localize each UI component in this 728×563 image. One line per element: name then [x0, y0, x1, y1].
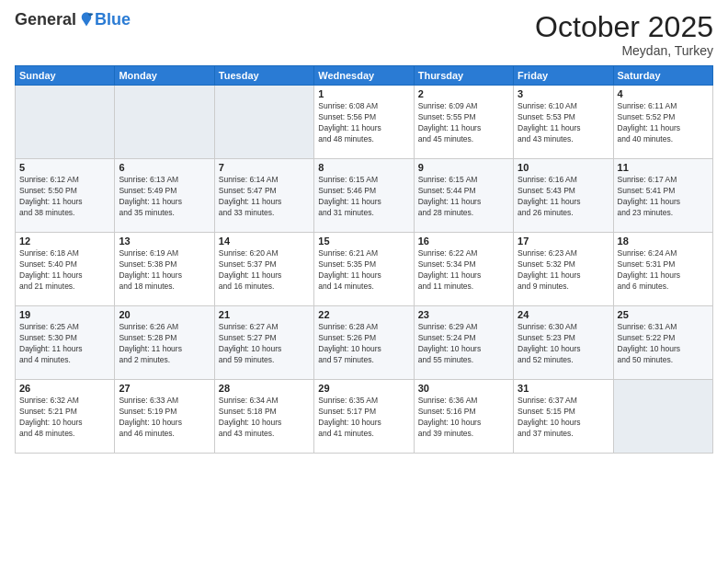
- day-number: 7: [219, 162, 310, 173]
- calendar-header-row: SundayMondayTuesdayWednesdayThursdayFrid…: [16, 66, 713, 86]
- day-number: 15: [318, 236, 409, 247]
- day-info: Sunrise: 6:31 AM Sunset: 5:22 PM Dayligh…: [618, 322, 709, 366]
- logo-blue: Blue: [95, 11, 131, 28]
- calendar-day-18: 18Sunrise: 6:24 AM Sunset: 5:31 PM Dayli…: [613, 233, 712, 306]
- day-number: 9: [418, 162, 509, 173]
- day-info: Sunrise: 6:34 AM Sunset: 5:18 PM Dayligh…: [219, 396, 310, 440]
- day-info: Sunrise: 6:27 AM Sunset: 5:27 PM Dayligh…: [219, 322, 310, 366]
- calendar-day-21: 21Sunrise: 6:27 AM Sunset: 5:27 PM Dayli…: [214, 306, 313, 380]
- calendar-day-5: 5Sunrise: 6:12 AM Sunset: 5:50 PM Daylig…: [16, 159, 115, 233]
- calendar-week-5: 26Sunrise: 6:32 AM Sunset: 5:21 PM Dayli…: [16, 380, 713, 454]
- calendar-day-16: 16Sunrise: 6:22 AM Sunset: 5:34 PM Dayli…: [414, 233, 513, 306]
- day-number: 10: [518, 162, 609, 173]
- empty-cell: [115, 86, 214, 159]
- col-header-tuesday: Tuesday: [214, 66, 313, 86]
- day-number: 14: [219, 236, 310, 247]
- calendar-day-10: 10Sunrise: 6:16 AM Sunset: 5:43 PM Dayli…: [514, 159, 613, 233]
- page: General Blue October 2025 Meydan, Turkey…: [0, 0, 728, 563]
- day-info: Sunrise: 6:22 AM Sunset: 5:34 PM Dayligh…: [418, 248, 509, 293]
- day-info: Sunrise: 6:20 AM Sunset: 5:37 PM Dayligh…: [219, 248, 310, 293]
- day-info: Sunrise: 6:25 AM Sunset: 5:30 PM Dayligh…: [19, 322, 110, 366]
- calendar-day-7: 7Sunrise: 6:14 AM Sunset: 5:47 PM Daylig…: [214, 159, 313, 233]
- day-number: 27: [119, 383, 210, 394]
- calendar-day-24: 24Sunrise: 6:30 AM Sunset: 5:23 PM Dayli…: [514, 306, 613, 380]
- col-header-friday: Friday: [514, 66, 613, 86]
- col-header-sunday: Sunday: [16, 66, 115, 86]
- calendar-day-22: 22Sunrise: 6:28 AM Sunset: 5:26 PM Dayli…: [314, 306, 414, 380]
- day-number: 2: [418, 88, 509, 99]
- calendar-day-3: 3Sunrise: 6:10 AM Sunset: 5:53 PM Daylig…: [514, 86, 613, 159]
- calendar-week-1: 1Sunrise: 6:08 AM Sunset: 5:56 PM Daylig…: [16, 86, 713, 159]
- day-number: 24: [518, 309, 609, 320]
- calendar-week-2: 5Sunrise: 6:12 AM Sunset: 5:50 PM Daylig…: [16, 159, 713, 233]
- calendar-day-13: 13Sunrise: 6:19 AM Sunset: 5:38 PM Dayli…: [115, 233, 214, 306]
- day-info: Sunrise: 6:21 AM Sunset: 5:35 PM Dayligh…: [318, 248, 409, 293]
- calendar-week-4: 19Sunrise: 6:25 AM Sunset: 5:30 PM Dayli…: [16, 306, 713, 380]
- calendar-day-20: 20Sunrise: 6:26 AM Sunset: 5:28 PM Dayli…: [115, 306, 214, 380]
- day-number: 25: [618, 309, 709, 320]
- day-number: 8: [318, 162, 409, 173]
- day-info: Sunrise: 6:15 AM Sunset: 5:46 PM Dayligh…: [318, 175, 409, 219]
- day-info: Sunrise: 6:23 AM Sunset: 5:32 PM Dayligh…: [518, 248, 609, 293]
- day-info: Sunrise: 6:36 AM Sunset: 5:16 PM Dayligh…: [418, 396, 509, 440]
- calendar-day-23: 23Sunrise: 6:29 AM Sunset: 5:24 PM Dayli…: [414, 306, 513, 380]
- col-header-wednesday: Wednesday: [314, 66, 414, 86]
- calendar-day-6: 6Sunrise: 6:13 AM Sunset: 5:49 PM Daylig…: [115, 159, 214, 233]
- calendar-day-26: 26Sunrise: 6:32 AM Sunset: 5:21 PM Dayli…: [16, 380, 115, 454]
- calendar-day-11: 11Sunrise: 6:17 AM Sunset: 5:41 PM Dayli…: [613, 159, 712, 233]
- calendar-day-19: 19Sunrise: 6:25 AM Sunset: 5:30 PM Dayli…: [16, 306, 115, 380]
- empty-cell: [214, 86, 313, 159]
- day-info: Sunrise: 6:24 AM Sunset: 5:31 PM Dayligh…: [618, 248, 709, 293]
- logo: General Blue: [15, 11, 131, 28]
- day-info: Sunrise: 6:28 AM Sunset: 5:26 PM Dayligh…: [318, 322, 409, 366]
- day-info: Sunrise: 6:18 AM Sunset: 5:40 PM Dayligh…: [19, 248, 110, 293]
- day-info: Sunrise: 6:37 AM Sunset: 5:15 PM Dayligh…: [518, 396, 609, 440]
- calendar-day-1: 1Sunrise: 6:08 AM Sunset: 5:56 PM Daylig…: [314, 86, 414, 159]
- day-number: 29: [318, 383, 409, 394]
- day-number: 13: [119, 236, 210, 247]
- day-info: Sunrise: 6:15 AM Sunset: 5:44 PM Dayligh…: [418, 175, 509, 219]
- calendar-week-3: 12Sunrise: 6:18 AM Sunset: 5:40 PM Dayli…: [16, 233, 713, 306]
- calendar-day-28: 28Sunrise: 6:34 AM Sunset: 5:18 PM Dayli…: [214, 380, 313, 454]
- calendar-day-31: 31Sunrise: 6:37 AM Sunset: 5:15 PM Dayli…: [514, 380, 613, 454]
- day-info: Sunrise: 6:29 AM Sunset: 5:24 PM Dayligh…: [418, 322, 509, 366]
- empty-cell: [613, 380, 712, 454]
- day-info: Sunrise: 6:33 AM Sunset: 5:19 PM Dayligh…: [119, 396, 210, 440]
- day-number: 21: [219, 309, 310, 320]
- logo-bird-icon: [78, 11, 95, 28]
- day-number: 16: [418, 236, 509, 247]
- location: Meydan, Turkey: [535, 43, 713, 58]
- calendar-day-27: 27Sunrise: 6:33 AM Sunset: 5:19 PM Dayli…: [115, 380, 214, 454]
- day-number: 18: [618, 236, 709, 247]
- calendar-day-2: 2Sunrise: 6:09 AM Sunset: 5:55 PM Daylig…: [414, 86, 513, 159]
- day-info: Sunrise: 6:17 AM Sunset: 5:41 PM Dayligh…: [618, 175, 709, 219]
- col-header-thursday: Thursday: [414, 66, 513, 86]
- calendar-day-4: 4Sunrise: 6:11 AM Sunset: 5:52 PM Daylig…: [613, 86, 712, 159]
- day-number: 11: [618, 162, 709, 173]
- empty-cell: [16, 86, 115, 159]
- day-number: 23: [418, 309, 509, 320]
- day-info: Sunrise: 6:10 AM Sunset: 5:53 PM Dayligh…: [518, 101, 609, 145]
- col-header-saturday: Saturday: [613, 66, 712, 86]
- col-header-monday: Monday: [115, 66, 214, 86]
- calendar-day-8: 8Sunrise: 6:15 AM Sunset: 5:46 PM Daylig…: [314, 159, 414, 233]
- logo-general: General: [15, 11, 76, 28]
- day-number: 3: [518, 88, 609, 99]
- day-info: Sunrise: 6:30 AM Sunset: 5:23 PM Dayligh…: [518, 322, 609, 366]
- day-number: 31: [518, 383, 609, 394]
- day-info: Sunrise: 6:11 AM Sunset: 5:52 PM Dayligh…: [618, 101, 709, 145]
- day-number: 12: [19, 236, 110, 247]
- day-number: 1: [318, 88, 409, 99]
- calendar-day-29: 29Sunrise: 6:35 AM Sunset: 5:17 PM Dayli…: [314, 380, 414, 454]
- day-info: Sunrise: 6:12 AM Sunset: 5:50 PM Dayligh…: [19, 175, 110, 219]
- calendar-day-12: 12Sunrise: 6:18 AM Sunset: 5:40 PM Dayli…: [16, 233, 115, 306]
- day-info: Sunrise: 6:32 AM Sunset: 5:21 PM Dayligh…: [19, 396, 110, 440]
- day-info: Sunrise: 6:08 AM Sunset: 5:56 PM Dayligh…: [318, 101, 409, 145]
- day-number: 19: [19, 309, 110, 320]
- logo-text: General Blue: [15, 11, 131, 28]
- day-number: 6: [119, 162, 210, 173]
- day-number: 28: [219, 383, 310, 394]
- calendar-day-30: 30Sunrise: 6:36 AM Sunset: 5:16 PM Dayli…: [414, 380, 513, 454]
- calendar-day-9: 9Sunrise: 6:15 AM Sunset: 5:44 PM Daylig…: [414, 159, 513, 233]
- day-number: 4: [618, 88, 709, 99]
